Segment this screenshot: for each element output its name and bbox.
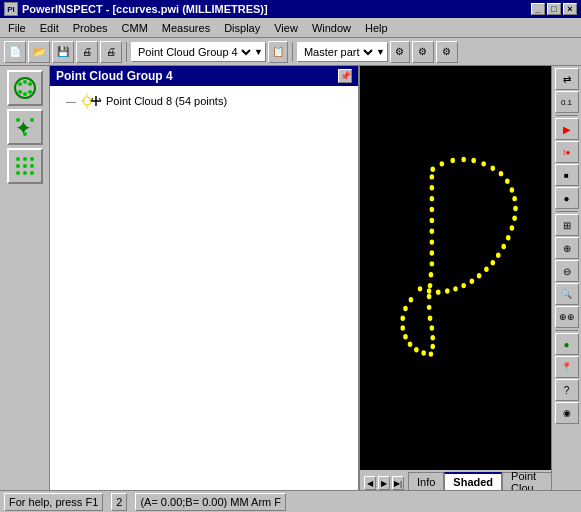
rt-btn-01[interactable]: 0.1 <box>555 91 579 113</box>
list-item[interactable]: — <box>54 90 354 112</box>
print2-button[interactable]: 🖨 <box>100 41 122 63</box>
3d-view-canvas <box>360 66 551 490</box>
part-dropdown[interactable]: Master part ▼ <box>297 42 388 62</box>
svg-point-46 <box>491 260 496 265</box>
menu-probes[interactable]: Probes <box>67 19 114 37</box>
tab-point-cloud[interactable]: Point Clou... <box>502 472 551 490</box>
rt-btn-dots-red[interactable]: ⁞● <box>555 141 579 163</box>
svg-point-67 <box>430 325 435 330</box>
menu-measures[interactable]: Measures <box>156 19 216 37</box>
menu-edit[interactable]: Edit <box>34 19 65 37</box>
maximize-button[interactable]: □ <box>547 3 561 15</box>
tb-extra2[interactable]: ⚙ <box>436 41 458 63</box>
svg-point-37 <box>505 179 510 184</box>
svg-point-4 <box>28 90 32 94</box>
svg-point-13 <box>30 157 34 161</box>
svg-point-11 <box>16 157 20 161</box>
rt-btn-play-red[interactable]: ▶ <box>555 118 579 140</box>
svg-point-36 <box>499 171 504 176</box>
tab-scroll[interactable]: ◀ ▶ ▶| <box>364 476 404 490</box>
tab-scroll-left[interactable]: ◀ <box>364 476 376 490</box>
svg-point-5 <box>23 80 27 84</box>
close-button[interactable]: × <box>563 3 577 15</box>
svg-point-42 <box>510 225 515 230</box>
rt-sep-3 <box>556 330 578 331</box>
svg-point-64 <box>429 351 434 356</box>
rt-btn-circle-r[interactable]: ● <box>555 187 579 209</box>
group-dropdown[interactable]: Point Cloud Group 4 ▼ <box>131 42 266 62</box>
rt-btn-help[interactable]: ? <box>555 379 579 401</box>
part-icon-button[interactable]: ⚙ <box>390 41 410 63</box>
lt-btn-circle[interactable] <box>7 70 43 106</box>
svg-point-51 <box>453 286 458 291</box>
part-select[interactable]: Master part <box>300 45 376 59</box>
tb-extra1[interactable]: ⚙ <box>412 41 434 63</box>
svg-point-50 <box>461 283 466 288</box>
svg-point-41 <box>512 215 517 220</box>
tab-info[interactable]: Info <box>408 472 444 490</box>
svg-point-16 <box>30 164 34 168</box>
svg-point-75 <box>430 239 435 244</box>
menu-window[interactable]: Window <box>306 19 357 37</box>
panel-pin-button[interactable]: 📌 <box>338 69 352 83</box>
menu-view[interactable]: View <box>268 19 304 37</box>
svg-point-79 <box>430 196 435 201</box>
print-button[interactable]: 🖨 <box>76 41 98 63</box>
svg-point-59 <box>400 325 405 330</box>
group-icon-button[interactable]: 📋 <box>268 41 288 63</box>
svg-point-40 <box>513 206 518 211</box>
svg-point-58 <box>400 316 405 321</box>
lt-btn-dots[interactable] <box>7 148 43 184</box>
new-button[interactable]: 📄 <box>4 41 26 63</box>
rt-btn-zoom-box[interactable]: ⊕⊕ <box>555 306 579 328</box>
tab-end[interactable]: ▶| <box>392 476 404 490</box>
svg-point-78 <box>430 207 435 212</box>
view-area[interactable]: ◀ ▶ ▶| Info Shaded Point Clou... <box>360 66 551 490</box>
svg-point-19 <box>30 171 34 175</box>
svg-point-49 <box>470 279 475 284</box>
open-button[interactable]: 📂 <box>28 41 50 63</box>
group-select[interactable]: Point Cloud Group 4 <box>134 45 254 59</box>
svg-point-68 <box>428 316 433 321</box>
rt-btn-grid[interactable]: ⊞ <box>555 214 579 236</box>
minimize-button[interactable]: _ <box>531 3 545 15</box>
status-coords: (A= 0.00;B= 0.00) MM Arm F <box>135 493 286 511</box>
svg-point-15 <box>23 164 27 168</box>
tab-shaded[interactable]: Shaded <box>444 472 502 490</box>
svg-point-71 <box>428 283 433 288</box>
svg-point-70 <box>427 294 432 299</box>
rt-btn-zoom-in[interactable]: ⊕ <box>555 237 579 259</box>
svg-point-14 <box>16 164 20 168</box>
svg-point-66 <box>430 335 435 340</box>
title-bar-buttons[interactable]: _ □ × <box>531 3 577 15</box>
svg-point-45 <box>496 252 501 257</box>
menu-cmm[interactable]: CMM <box>116 19 154 37</box>
panel-title: Point Cloud Group 4 <box>56 69 173 83</box>
menu-display[interactable]: Display <box>218 19 266 37</box>
lt-btn-star[interactable]: ✦ <box>7 109 43 145</box>
menu-file[interactable]: File <box>2 19 32 37</box>
title-bar: PI PowerINSPECT - [ccurves.pwi (MILLIMET… <box>0 0 581 18</box>
svg-point-55 <box>418 286 423 291</box>
tab-bar: ◀ ▶ ▶| Info Shaded Point Clou... <box>360 470 551 490</box>
rt-btn-swap[interactable]: ⇄ <box>555 68 579 90</box>
svg-point-52 <box>445 288 450 293</box>
panel-content: — <box>50 86 358 490</box>
separator-2 <box>292 42 293 62</box>
svg-point-10 <box>23 132 27 136</box>
rt-btn-hand[interactable]: ◉ <box>555 402 579 424</box>
svg-point-29 <box>430 167 435 172</box>
svg-point-43 <box>506 235 511 240</box>
rt-btn-green[interactable]: ● <box>555 333 579 355</box>
tab-scroll-right[interactable]: ▶ <box>378 476 390 490</box>
svg-point-35 <box>491 165 496 170</box>
status-coords-text: (A= 0.00;B= 0.00) MM Arm F <box>140 496 281 508</box>
svg-point-38 <box>510 187 515 192</box>
rt-btn-zoom-fit[interactable]: 🔍 <box>555 283 579 305</box>
main-area: ✦ Point Cloud Group 4 📌 <box>0 66 581 490</box>
rt-btn-pin[interactable]: 📍 <box>555 356 579 378</box>
menu-help[interactable]: Help <box>359 19 394 37</box>
save-button[interactable]: 💾 <box>52 41 74 63</box>
rt-btn-zoom-out[interactable]: ⊖ <box>555 260 579 282</box>
rt-btn-square[interactable]: ■ <box>555 164 579 186</box>
